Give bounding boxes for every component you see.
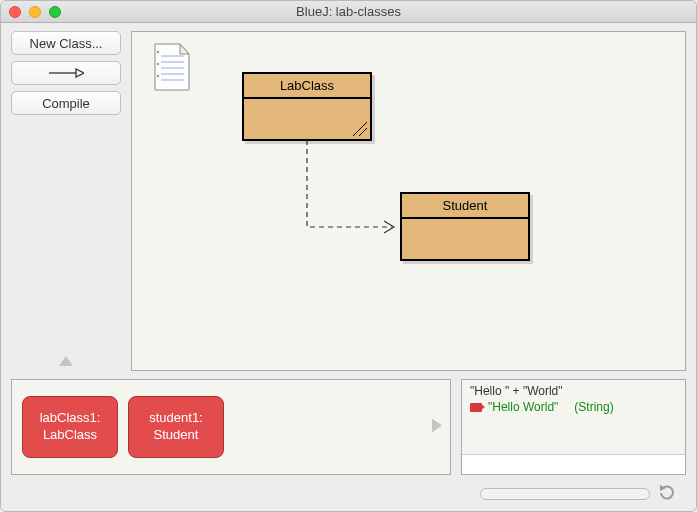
object-classname: LabClass <box>43 427 97 444</box>
new-class-button[interactable]: New Class... <box>11 31 121 55</box>
object-classname: Student <box>154 427 199 444</box>
content-area: New Class... Compile <box>1 23 696 511</box>
code-pad-result-type: (String) <box>564 400 613 414</box>
close-window-button[interactable] <box>9 6 21 18</box>
code-pad-input[interactable] <box>462 454 685 474</box>
class-diagram-canvas[interactable]: LabClass Student <box>131 31 686 371</box>
uncompiled-hatch-icon <box>353 122 367 136</box>
sidebar-spacer <box>11 121 121 347</box>
class-name-label: Student <box>402 194 528 219</box>
new-class-label: New Class... <box>30 36 103 51</box>
readme-document-icon[interactable] <box>152 42 192 92</box>
triangle-right-icon <box>432 419 442 433</box>
status-bar <box>11 483 686 505</box>
arrow-right-icon <box>48 68 84 78</box>
class-name-label: LabClass <box>244 74 370 99</box>
code-pad-expression: "Hello " + "World" <box>470 384 677 398</box>
repeat-icon[interactable] <box>658 485 678 504</box>
code-pad: "Hello " + "World" "Hello World" (String… <box>461 379 686 475</box>
sidebar-collapse-toggle[interactable] <box>59 353 73 369</box>
object-varname: student1: <box>149 410 203 427</box>
app-window: BlueJ: lab-classes New Class... Compile <box>0 0 697 512</box>
zoom-window-button[interactable] <box>49 6 61 18</box>
class-body <box>244 99 370 139</box>
upper-pane: New Class... Compile <box>11 31 686 371</box>
lower-pane: labClass1: LabClass student1: Student "H… <box>11 379 686 475</box>
class-box-student[interactable]: Student <box>400 192 530 261</box>
object-varname: labClass1: <box>40 410 101 427</box>
svg-marker-2 <box>59 356 73 366</box>
traffic-lights <box>1 6 61 18</box>
window-title: BlueJ: lab-classes <box>1 4 696 19</box>
titlebar[interactable]: BlueJ: lab-classes <box>1 1 696 23</box>
bench-expand-toggle[interactable] <box>432 419 442 436</box>
svg-point-12 <box>157 75 159 77</box>
code-pad-output[interactable]: "Hello " + "World" "Hello World" (String… <box>462 380 685 454</box>
svg-marker-15 <box>432 419 442 433</box>
svg-line-13 <box>353 122 367 136</box>
code-pad-result-value: "Hello World" <box>488 400 558 414</box>
code-pad-result-line: "Hello World" (String) <box>470 400 677 414</box>
triangle-up-icon <box>59 356 73 366</box>
class-box-labclass[interactable]: LabClass <box>242 72 372 141</box>
sidebar: New Class... Compile <box>11 31 121 371</box>
svg-marker-4 <box>180 44 189 54</box>
minimize-window-button[interactable] <box>29 6 41 18</box>
compile-label: Compile <box>42 96 90 111</box>
svg-point-10 <box>157 51 159 53</box>
compile-button[interactable]: Compile <box>11 91 121 115</box>
new-dependency-arrow-button[interactable] <box>11 61 121 85</box>
svg-marker-1 <box>76 69 84 77</box>
object-instance-labclass1[interactable]: labClass1: LabClass <box>22 396 118 458</box>
object-instance-student1[interactable]: student1: Student <box>128 396 224 458</box>
object-bench[interactable]: labClass1: LabClass student1: Student <box>11 379 451 475</box>
svg-point-11 <box>157 63 159 65</box>
class-body <box>402 219 528 259</box>
progress-bar <box>480 488 650 500</box>
result-object-icon[interactable] <box>470 403 482 412</box>
